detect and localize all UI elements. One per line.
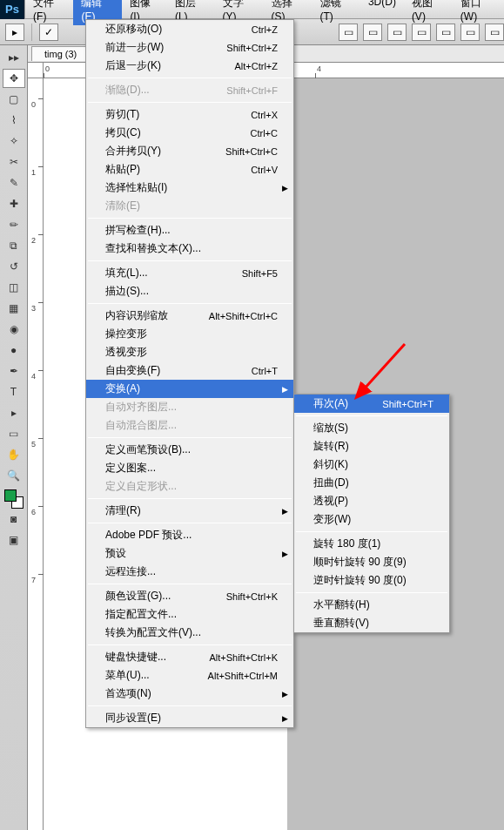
menu-entry[interactable]: 合并拷贝(Y)Shift+Ctrl+C: [86, 142, 293, 160]
crop-tool-icon[interactable]: ✂: [3, 152, 25, 172]
menu-entry[interactable]: 再次(A)Shift+Ctrl+T: [294, 395, 449, 413]
type-tool-icon[interactable]: T: [3, 382, 25, 402]
menu-separator: [88, 498, 292, 499]
menu-entry[interactable]: 变形(W): [294, 510, 449, 529]
screenmode-icon[interactable]: ▣: [3, 530, 25, 550]
brush-tool-icon[interactable]: ✏: [3, 215, 25, 234]
hand-tool-icon[interactable]: ✋: [3, 445, 25, 464]
align-icon[interactable]: ▭: [339, 24, 358, 41]
marquee-tool-icon[interactable]: ▢: [3, 90, 25, 109]
menu-entry[interactable]: 斜切(K): [294, 455, 449, 474]
menu-entry[interactable]: 指定配置文件...: [86, 605, 293, 624]
menu-entry[interactable]: 后退一步(K)Alt+Ctrl+Z: [86, 57, 293, 75]
menu-entry[interactable]: 键盘快捷键...Alt+Shift+Ctrl+K: [86, 648, 293, 666]
eraser-tool-icon[interactable]: ◫: [3, 278, 25, 297]
menu-entry[interactable]: 预设▶: [86, 544, 293, 563]
menu-entry[interactable]: 同步设置(E)▶: [86, 709, 293, 727]
menu-entry[interactable]: 定义画笔预设(B)...: [86, 441, 293, 459]
align-icon[interactable]: ▭: [436, 24, 455, 41]
menu-entry[interactable]: 颜色设置(G)...Shift+Ctrl+K: [86, 587, 293, 605]
menu-entry-shortcut: Ctrl+Z: [252, 24, 278, 35]
menu-entry[interactable]: 旋转(R): [294, 437, 449, 455]
align-icon[interactable]: ▭: [485, 24, 504, 41]
menu-entry[interactable]: Adobe PDF 预设...: [86, 526, 293, 544]
lasso-tool-icon[interactable]: ⌇: [3, 111, 25, 130]
color-swatches[interactable]: [4, 489, 24, 509]
menu-entry[interactable]: 定义图案...: [86, 459, 293, 477]
menu-separator: [88, 303, 292, 304]
wand-tool-icon[interactable]: ✧: [3, 132, 25, 151]
menu-entry[interactable]: 远程连接...: [86, 563, 293, 581]
menu-separator: [296, 415, 447, 416]
eyedropper-tool-icon[interactable]: ✎: [3, 173, 25, 192]
menu-entry[interactable]: 透视变形: [86, 343, 293, 361]
menu-item[interactable]: 文件(F): [25, 0, 73, 25]
left-ruler[interactable]: 01234567: [28, 78, 44, 830]
menu-entry[interactable]: 菜单(U)...Alt+Shift+Ctrl+M: [86, 666, 293, 685]
menu-entry[interactable]: 扭曲(D): [294, 474, 449, 492]
menu-entry[interactable]: 选择性粘贴(I)▶: [86, 179, 293, 197]
menu-entry-label: 合并拷贝(Y): [105, 144, 225, 159]
menu-entry[interactable]: 内容识别缩放Alt+Shift+Ctrl+C: [86, 307, 293, 325]
menu-entry[interactable]: 剪切(T)Ctrl+X: [86, 105, 293, 124]
pen-tool-icon[interactable]: ✒: [3, 361, 25, 381]
gradient-tool-icon[interactable]: ▦: [3, 299, 25, 318]
menu-separator: [88, 644, 292, 645]
edit-menu-dropdown: 还原移动(O)Ctrl+Z前进一步(W)Shift+Ctrl+Z后退一步(K)A…: [85, 19, 294, 728]
menu-entry: 自动混合图层...: [86, 416, 293, 435]
menu-entry[interactable]: 缩放(S): [294, 419, 449, 437]
menu-entry[interactable]: 操控变形: [86, 325, 293, 343]
menu-entry[interactable]: 透视(P): [294, 492, 449, 510]
menu-entry[interactable]: 查找和替换文本(X)...: [86, 240, 293, 258]
menu-entry[interactable]: 变换(A)▶: [86, 380, 293, 398]
path-tool-icon[interactable]: ▸: [3, 403, 25, 422]
toolbox: ▸▸ ✥ ▢ ⌇ ✧ ✂ ✎ ✚ ✏ ⧉ ↺ ◫ ▦ ◉ ● ✒ T ▸ ▭ ✋…: [0, 45, 28, 830]
menu-item[interactable]: 窗口(W): [453, 0, 504, 25]
shape-tool-icon[interactable]: ▭: [3, 424, 25, 443]
zoom-tool-icon[interactable]: 🔍: [3, 466, 25, 485]
dodge-tool-icon[interactable]: ●: [3, 341, 25, 360]
menu-entry-shortcut: Ctrl+T: [252, 366, 278, 376]
menu-entry[interactable]: 清理(R)▶: [86, 502, 293, 520]
align-icon[interactable]: ▭: [363, 24, 382, 41]
menu-entry[interactable]: 自由变换(F)Ctrl+T: [86, 361, 293, 380]
menu-entry-shortcut: Alt+Shift+Ctrl+K: [209, 652, 278, 663]
menu-entry[interactable]: 水平翻转(H): [294, 596, 449, 614]
menu-entry[interactable]: 首选项(N)▶: [86, 685, 293, 703]
blur-tool-icon[interactable]: ◉: [3, 320, 25, 339]
menu-entry[interactable]: 拼写检查(H)...: [86, 221, 293, 240]
align-icon[interactable]: ▭: [412, 24, 431, 41]
auto-select-check[interactable]: ✓: [39, 24, 58, 41]
menu-entry[interactable]: 粘贴(P)Ctrl+V: [86, 160, 293, 179]
menu-entry-label: 水平翻转(H): [313, 597, 433, 612]
menu-entry[interactable]: 逆时针旋转 90 度(0): [294, 571, 449, 590]
menu-entry-shortcut: Ctrl+X: [251, 110, 278, 120]
menu-entry-label: 清理(R): [105, 503, 278, 518]
menu-entry[interactable]: 还原移动(O)Ctrl+Z: [86, 20, 293, 38]
move-tool-icon[interactable]: ✥: [3, 69, 25, 88]
menu-entry[interactable]: 转换为配置文件(V)...: [86, 624, 293, 642]
stamp-tool-icon[interactable]: ⧉: [3, 236, 25, 255]
menu-item[interactable]: 3D(D): [360, 0, 404, 25]
menu-entry[interactable]: 旋转 180 度(1): [294, 535, 449, 553]
menu-entry: 渐隐(D)...Shift+Ctrl+F: [86, 81, 293, 99]
menu-entry[interactable]: 描边(S)...: [86, 282, 293, 300]
quickmask-icon[interactable]: ◙: [3, 509, 25, 529]
tool-preset-icon[interactable]: ▸: [5, 24, 24, 41]
heal-tool-icon[interactable]: ✚: [3, 194, 25, 213]
menu-entry[interactable]: 拷贝(C)Ctrl+C: [86, 124, 293, 142]
align-icon[interactable]: ▭: [460, 24, 480, 41]
menu-entry[interactable]: 垂直翻转(V): [294, 614, 449, 632]
menu-item[interactable]: 滤镜(T): [312, 0, 360, 25]
fg-color-swatch[interactable]: [4, 489, 17, 502]
align-icon[interactable]: ▭: [387, 24, 407, 41]
menu-entry-label: 首选项(N): [105, 686, 278, 701]
menu-item[interactable]: 视图(V): [404, 0, 453, 25]
menu-entry[interactable]: 顺时针旋转 90 度(9): [294, 553, 449, 571]
menu-entry[interactable]: 填充(L)...Shift+F5: [86, 264, 293, 282]
expand-icon[interactable]: ▸▸: [3, 48, 25, 67]
menu-entry[interactable]: 前进一步(W)Shift+Ctrl+Z: [86, 38, 293, 57]
document-tab[interactable]: timg (3): [31, 46, 90, 61]
history-tool-icon[interactable]: ↺: [3, 257, 25, 276]
transform-submenu: 再次(A)Shift+Ctrl+T缩放(S)旋转(R)斜切(K)扭曲(D)透视(…: [293, 394, 450, 633]
